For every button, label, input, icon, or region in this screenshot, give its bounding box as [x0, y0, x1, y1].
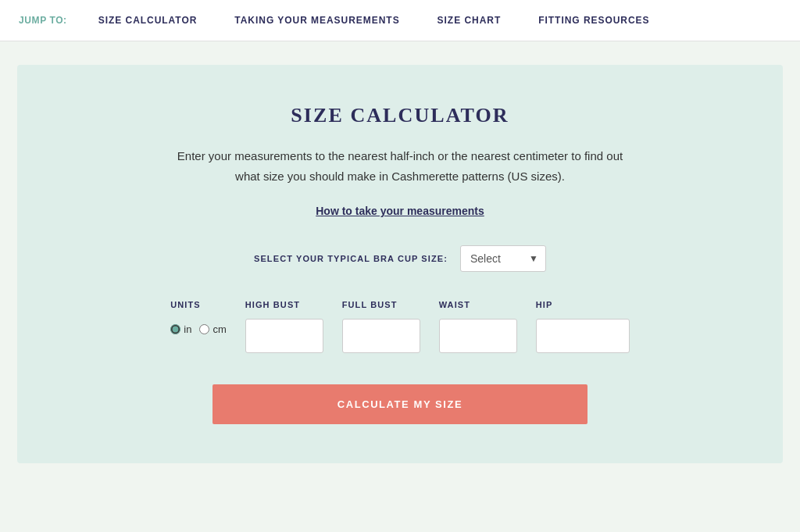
hip-input[interactable]	[536, 319, 630, 353]
units-cm-text: cm	[212, 323, 226, 335]
calculate-button[interactable]: CALCULATE MY SIZE	[212, 384, 588, 424]
hip-field: HIP	[536, 300, 630, 353]
bra-cup-row: SELECT YOUR TYPICAL BRA CUP SIZE: Select…	[254, 245, 546, 272]
bra-cup-label: SELECT YOUR TYPICAL BRA CUP SIZE:	[254, 254, 448, 263]
bra-cup-select-wrapper: Select A B C D DD/E DDD/F G H I J ▼	[460, 245, 546, 272]
nav-links: SIZE CALCULATOR TAKING YOUR MEASUREMENTS…	[80, 15, 669, 26]
units-in-radio[interactable]	[170, 324, 180, 334]
nav-link-size-calculator[interactable]: SIZE CALCULATOR	[80, 15, 216, 26]
description-text: Enter your measurements to the nearest h…	[173, 146, 627, 186]
waist-label: WAIST	[439, 300, 470, 309]
full-bust-label: FULL BUST	[342, 300, 398, 309]
waist-field: WAIST	[439, 300, 517, 353]
units-cm-label[interactable]: cm	[199, 323, 226, 335]
measurements-grid: UNITS in cm HIGH BUST	[48, 300, 752, 353]
section-title: SIZE CALCULATOR	[291, 104, 509, 127]
how-to-link[interactable]: How to take your measurements	[316, 205, 484, 217]
units-radio-group: in cm	[170, 323, 226, 335]
units-group: UNITS in cm	[170, 300, 226, 335]
units-cm-radio[interactable]	[199, 324, 209, 334]
nav-link-fitting-resources[interactable]: FITTING RESOURCES	[520, 15, 668, 26]
page-content: SIZE CALCULATOR Enter your measurements …	[0, 41, 800, 532]
units-in-text: in	[184, 323, 191, 335]
waist-input[interactable]	[439, 319, 517, 353]
units-label: UNITS	[170, 300, 201, 309]
bra-cup-select[interactable]: Select A B C D DD/E DDD/F G H I J	[460, 245, 546, 272]
full-bust-input[interactable]	[342, 319, 420, 353]
jump-to-label: JUMP TO:	[19, 15, 67, 26]
full-bust-field: FULL BUST	[342, 300, 420, 353]
units-in-label[interactable]: in	[170, 323, 191, 335]
high-bust-field: HIGH BUST	[245, 300, 323, 353]
nav-link-taking-measurements[interactable]: TAKING YOUR MEASUREMENTS	[216, 15, 418, 26]
hip-label: HIP	[536, 300, 553, 309]
nav-link-size-chart[interactable]: SIZE CHART	[419, 15, 520, 26]
high-bust-input[interactable]	[245, 319, 323, 353]
nav-bar: JUMP TO: SIZE CALCULATOR TAKING YOUR MEA…	[0, 0, 800, 41]
high-bust-label: HIGH BUST	[245, 300, 300, 309]
calculator-card: SIZE CALCULATOR Enter your measurements …	[17, 65, 783, 463]
